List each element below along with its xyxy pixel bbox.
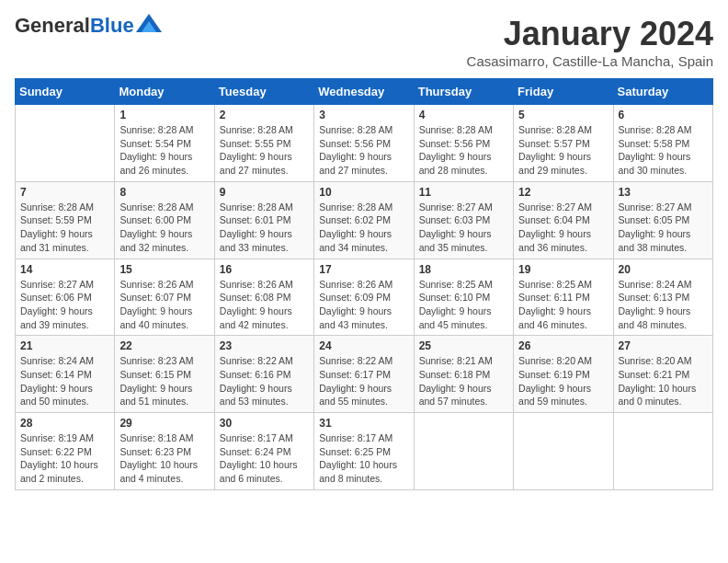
day-number: 28 xyxy=(20,417,109,430)
calendar-cell: 30Sunrise: 8:17 AM Sunset: 6:24 PM Dayli… xyxy=(214,413,313,490)
calendar-header-thursday: Thursday xyxy=(414,79,513,105)
calendar-cell: 25Sunrise: 8:21 AM Sunset: 6:18 PM Dayli… xyxy=(414,336,513,413)
cell-content: Sunrise: 8:28 AM Sunset: 5:56 PM Dayligh… xyxy=(419,123,508,178)
month-title: January 2024 xyxy=(467,15,713,53)
cell-content: Sunrise: 8:20 AM Sunset: 6:21 PM Dayligh… xyxy=(619,354,708,408)
day-number: 26 xyxy=(518,339,608,352)
cell-content: Sunrise: 8:24 AM Sunset: 6:13 PM Dayligh… xyxy=(619,278,708,332)
cell-content: Sunrise: 8:17 AM Sunset: 6:25 PM Dayligh… xyxy=(319,431,408,486)
cell-content: Sunrise: 8:22 AM Sunset: 6:17 PM Dayligh… xyxy=(319,354,408,408)
calendar-cell: 18Sunrise: 8:25 AM Sunset: 6:10 PM Dayli… xyxy=(414,259,513,336)
day-number: 1 xyxy=(119,109,209,121)
calendar-cell: 15Sunrise: 8:26 AM Sunset: 6:07 PM Dayli… xyxy=(115,259,214,336)
calendar-cell xyxy=(16,105,115,182)
calendar-week-4: 21Sunrise: 8:24 AM Sunset: 6:14 PM Dayli… xyxy=(16,336,713,413)
calendar-header-wednesday: Wednesday xyxy=(314,79,414,105)
cell-content: Sunrise: 8:28 AM Sunset: 6:01 PM Dayligh… xyxy=(220,201,309,255)
logo-text: GeneralBlue xyxy=(15,15,134,37)
calendar-week-5: 28Sunrise: 8:19 AM Sunset: 6:22 PM Dayli… xyxy=(16,413,713,490)
calendar-week-3: 14Sunrise: 8:27 AM Sunset: 6:06 PM Dayli… xyxy=(16,259,713,336)
calendar-cell: 7Sunrise: 8:28 AM Sunset: 5:59 PM Daylig… xyxy=(16,181,115,259)
calendar-week-1: 1Sunrise: 8:28 AM Sunset: 5:54 PM Daylig… xyxy=(16,105,713,182)
calendar-week-2: 7Sunrise: 8:28 AM Sunset: 5:59 PM Daylig… xyxy=(16,181,713,259)
cell-content: Sunrise: 8:25 AM Sunset: 6:10 PM Dayligh… xyxy=(419,278,508,332)
day-number: 12 xyxy=(518,186,608,199)
cell-content: Sunrise: 8:22 AM Sunset: 6:16 PM Dayligh… xyxy=(220,354,309,408)
cell-content: Sunrise: 8:21 AM Sunset: 6:18 PM Dayligh… xyxy=(419,354,508,408)
calendar-cell: 27Sunrise: 8:20 AM Sunset: 6:21 PM Dayli… xyxy=(613,336,712,413)
calendar-cell: 1Sunrise: 8:28 AM Sunset: 5:54 PM Daylig… xyxy=(115,105,214,182)
cell-content: Sunrise: 8:27 AM Sunset: 6:03 PM Dayligh… xyxy=(419,201,508,255)
cell-content: Sunrise: 8:20 AM Sunset: 6:19 PM Dayligh… xyxy=(518,354,608,408)
day-number: 4 xyxy=(419,109,508,121)
day-number: 31 xyxy=(319,417,408,430)
calendar-cell: 9Sunrise: 8:28 AM Sunset: 6:01 PM Daylig… xyxy=(214,181,313,259)
calendar-header-sunday: Sunday xyxy=(16,79,115,105)
calendar-cell: 12Sunrise: 8:27 AM Sunset: 6:04 PM Dayli… xyxy=(514,181,613,259)
calendar-cell xyxy=(613,413,712,490)
calendar-header-friday: Friday xyxy=(514,79,613,105)
cell-content: Sunrise: 8:25 AM Sunset: 6:11 PM Dayligh… xyxy=(518,278,608,332)
day-number: 24 xyxy=(319,339,408,352)
calendar-cell xyxy=(514,413,613,490)
cell-content: Sunrise: 8:28 AM Sunset: 5:54 PM Dayligh… xyxy=(119,123,209,178)
day-number: 15 xyxy=(119,263,209,276)
calendar-cell: 29Sunrise: 8:18 AM Sunset: 6:23 PM Dayli… xyxy=(115,413,214,490)
title-area: January 2024 Casasimarro, Castille-La Ma… xyxy=(467,15,713,69)
cell-content: Sunrise: 8:28 AM Sunset: 5:57 PM Dayligh… xyxy=(518,123,608,178)
calendar-header-saturday: Saturday xyxy=(613,79,712,105)
day-number: 22 xyxy=(119,339,209,352)
calendar-cell xyxy=(414,413,513,490)
calendar-cell: 11Sunrise: 8:27 AM Sunset: 6:03 PM Dayli… xyxy=(414,181,513,259)
logo: GeneralBlue xyxy=(15,15,162,37)
calendar-cell: 24Sunrise: 8:22 AM Sunset: 6:17 PM Dayli… xyxy=(314,336,414,413)
cell-content: Sunrise: 8:18 AM Sunset: 6:23 PM Dayligh… xyxy=(119,431,209,486)
calendar-cell: 2Sunrise: 8:28 AM Sunset: 5:55 PM Daylig… xyxy=(214,105,313,182)
subtitle: Casasimarro, Castille-La Mancha, Spain xyxy=(467,53,713,69)
cell-content: Sunrise: 8:26 AM Sunset: 6:09 PM Dayligh… xyxy=(319,278,408,332)
cell-content: Sunrise: 8:28 AM Sunset: 5:55 PM Dayligh… xyxy=(220,123,309,178)
calendar-cell: 8Sunrise: 8:28 AM Sunset: 6:00 PM Daylig… xyxy=(115,181,214,259)
day-number: 7 xyxy=(20,186,109,199)
cell-content: Sunrise: 8:26 AM Sunset: 6:07 PM Dayligh… xyxy=(119,278,209,332)
calendar-cell: 14Sunrise: 8:27 AM Sunset: 6:06 PM Dayli… xyxy=(16,259,115,336)
calendar-cell: 3Sunrise: 8:28 AM Sunset: 5:56 PM Daylig… xyxy=(314,105,414,182)
header: GeneralBlue January 2024 Casasimarro, Ca… xyxy=(15,15,713,69)
calendar-cell: 17Sunrise: 8:26 AM Sunset: 6:09 PM Dayli… xyxy=(314,259,414,336)
cell-content: Sunrise: 8:27 AM Sunset: 6:05 PM Dayligh… xyxy=(619,201,708,255)
cell-content: Sunrise: 8:26 AM Sunset: 6:08 PM Dayligh… xyxy=(220,278,309,332)
day-number: 5 xyxy=(518,109,608,121)
calendar-cell: 26Sunrise: 8:20 AM Sunset: 6:19 PM Dayli… xyxy=(514,336,613,413)
calendar-cell: 28Sunrise: 8:19 AM Sunset: 6:22 PM Dayli… xyxy=(16,413,115,490)
calendar-cell: 21Sunrise: 8:24 AM Sunset: 6:14 PM Dayli… xyxy=(16,336,115,413)
cell-content: Sunrise: 8:28 AM Sunset: 5:59 PM Dayligh… xyxy=(20,201,109,255)
calendar-cell: 19Sunrise: 8:25 AM Sunset: 6:11 PM Dayli… xyxy=(514,259,613,336)
day-number: 9 xyxy=(220,186,309,199)
day-number: 11 xyxy=(419,186,508,199)
cell-content: Sunrise: 8:28 AM Sunset: 5:56 PM Dayligh… xyxy=(319,123,408,178)
cell-content: Sunrise: 8:27 AM Sunset: 6:04 PM Dayligh… xyxy=(518,201,608,255)
day-number: 17 xyxy=(319,263,408,276)
day-number: 20 xyxy=(619,263,708,276)
day-number: 30 xyxy=(220,417,309,430)
calendar-table: SundayMondayTuesdayWednesdayThursdayFrid… xyxy=(15,78,713,490)
day-number: 27 xyxy=(619,339,708,352)
day-number: 8 xyxy=(119,186,209,199)
day-number: 3 xyxy=(319,109,408,121)
day-number: 23 xyxy=(220,339,309,352)
cell-content: Sunrise: 8:24 AM Sunset: 6:14 PM Dayligh… xyxy=(20,354,109,408)
calendar-cell: 16Sunrise: 8:26 AM Sunset: 6:08 PM Dayli… xyxy=(214,259,313,336)
cell-content: Sunrise: 8:17 AM Sunset: 6:24 PM Dayligh… xyxy=(220,431,309,486)
calendar-cell: 10Sunrise: 8:28 AM Sunset: 6:02 PM Dayli… xyxy=(314,181,414,259)
calendar-cell: 31Sunrise: 8:17 AM Sunset: 6:25 PM Dayli… xyxy=(314,413,414,490)
calendar-cell: 22Sunrise: 8:23 AM Sunset: 6:15 PM Dayli… xyxy=(115,336,214,413)
calendar-cell: 4Sunrise: 8:28 AM Sunset: 5:56 PM Daylig… xyxy=(414,105,513,182)
day-number: 10 xyxy=(319,186,408,199)
cell-content: Sunrise: 8:28 AM Sunset: 6:02 PM Dayligh… xyxy=(319,201,408,255)
day-number: 6 xyxy=(619,109,708,121)
day-number: 19 xyxy=(518,263,608,276)
day-number: 18 xyxy=(419,263,508,276)
cell-content: Sunrise: 8:28 AM Sunset: 5:58 PM Dayligh… xyxy=(619,123,708,178)
calendar-header-monday: Monday xyxy=(115,79,214,105)
day-number: 16 xyxy=(220,263,309,276)
